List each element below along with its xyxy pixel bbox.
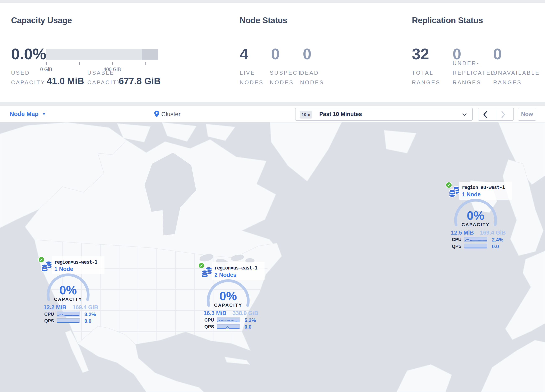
database-stack-icon [449,186,460,198]
capacity-percent: 0.0% [11,46,46,62]
used-capacity-value: 41.0 MiB [47,76,84,86]
qps-metric-row: QPS 0.0 [452,243,508,249]
qps-sparkline [57,318,80,323]
database-stack-icon [201,266,212,278]
time-range-dropdown[interactable]: 10m Past 10 Minutes [295,108,473,121]
total-ranges-count: 32 [412,46,429,62]
qps-metric-row: QPS 0.0 [204,324,261,330]
axis-tick [112,62,113,65]
usable-capacity-label: USABLE CAPACITY [87,68,123,87]
cpu-metric-row: CPU 2.4% [452,237,508,242]
suspect-nodes-count: 0 [271,46,280,62]
unavailable-ranges-label: UNAVAILABLE RANGES [493,68,544,87]
cpu-label: CPU [44,311,54,317]
breadcrumb-cluster[interactable]: Cluster [161,111,180,118]
time-range-badge: 10m [300,111,312,118]
dead-nodes-count: 0 [303,46,311,62]
capacity-bar: 0 GiB 400 GiB [46,49,158,60]
region-marker-eu-west-1[interactable]: ✓ region=eu-west-1 1 Node 0% CAPACITY 12… [441,179,513,252]
time-range-label: Past 10 Minutes [319,111,362,118]
under-replicated-ranges-label: UNDER-REPLICATED RANGES [453,58,498,87]
cpu-sparkline [464,237,487,242]
capacity-values: 16.3 MiB 338.9 GiB [204,310,258,317]
qps-label: QPS [44,318,54,324]
land-south-america [397,364,452,392]
chevron-down-icon [462,113,467,116]
axis-tick [145,62,146,65]
dead-nodes-label: DEAD NODES [300,68,327,87]
capacity-percent: 0% [206,289,250,303]
capacity-label: CAPACITY [454,222,498,227]
region-marker-us-east-1[interactable]: ✓ region=us-east-1 2 Nodes 0% CAPACITY 1… [193,259,266,332]
database-stack-icon [41,261,52,272]
land-iceland [384,130,416,153]
replication-status-title: Replication Status [412,16,483,25]
usable-capacity-value: 677.8 GiB [119,76,161,86]
cluster-summary-bar: Capacity Usage 0.0% 0 GiB 400 GiB USED C… [0,2,545,102]
capacity-values: 12.2 MiB 169.4 GiB [43,304,98,311]
region-marker-us-west-1[interactable]: ✓ region=us-west-1 1 Node 0% CAPACITY 12… [33,253,105,327]
cpu-sparkline [217,317,240,322]
suspect-nodes-label: SUSPECT NODES [270,68,304,87]
live-nodes-label: LIVE NODES [240,68,267,87]
axis-tick [79,62,80,65]
total-capacity-value: 169.4 GiB [480,230,506,236]
used-capacity-value: 12.5 MiB [451,230,474,236]
land-africa [481,340,545,392]
capacity-percent: 0% [46,283,90,297]
node-count-link[interactable]: 2 Nodes [214,272,236,278]
node-count-link[interactable]: 1 Node [462,191,481,198]
node-status-title: Node Status [240,16,287,25]
used-capacity-value: 16.3 MiB [204,310,227,317]
capacity-bar-nonusable-segment [142,49,158,60]
total-capacity-value: 169.4 GiB [73,304,98,311]
used-capacity-label: USED CAPACITY [11,68,44,87]
qps-value: 0.0 [84,318,91,324]
next-time-window-button[interactable] [501,111,506,118]
total-ranges-label: TOTAL RANGES [412,68,441,87]
qps-sparkline [464,243,487,249]
capacity-percent: 0% [454,208,498,223]
land-cuba [225,357,250,364]
now-button[interactable]: Now [518,108,536,121]
prev-time-window-button[interactable] [483,111,488,118]
cpu-metric-row: CPU 3.2% [44,311,101,317]
view-selector-node-map[interactable]: Node Map [10,111,39,118]
region-label[interactable]: region=us-east-1 [214,265,257,271]
capacity-usage-title: Capacity Usage [11,16,72,25]
map-toolbar: Node Map ▾ Cluster 10m Past 10 Minutes N… [0,106,545,122]
live-nodes-count: 4 [240,46,248,62]
land-arctic-island [206,124,235,141]
land-arctic-island [162,122,196,142]
capacity-values: 12.5 MiB 169.4 GiB [451,230,506,236]
land-europe [505,251,545,340]
cpu-label: CPU [452,237,461,242]
chevron-down-icon[interactable]: ▾ [43,112,45,117]
cpu-value: 5.2% [244,317,256,323]
region-label[interactable]: region=eu-west-1 [462,185,505,190]
land-greenland [270,122,342,181]
cpu-metric-row: CPU 5.2% [204,317,261,323]
location-pin-icon [154,111,159,117]
qps-label: QPS [204,324,214,330]
divider [496,108,496,120]
used-capacity-value: 12.2 MiB [43,304,67,311]
cpu-value: 2.4% [492,237,503,243]
cpu-value: 3.2% [84,311,96,317]
time-step-control [478,108,514,121]
qps-metric-row: QPS 0.0 [44,318,101,324]
region-label[interactable]: region=us-west-1 [54,259,97,265]
capacity-label: CAPACITY [46,297,90,302]
qps-label: QPS [452,243,461,249]
qps-value: 0.0 [492,243,499,249]
qps-sparkline [217,324,240,329]
node-count-link[interactable]: 1 Node [54,266,73,272]
qps-value: 0.0 [244,324,251,330]
capacity-label: CAPACITY [206,303,250,308]
cpu-sparkline [57,311,80,317]
cpu-label: CPU [204,317,214,323]
total-capacity-value: 338.9 GiB [233,310,258,317]
axis-tick [46,62,47,65]
